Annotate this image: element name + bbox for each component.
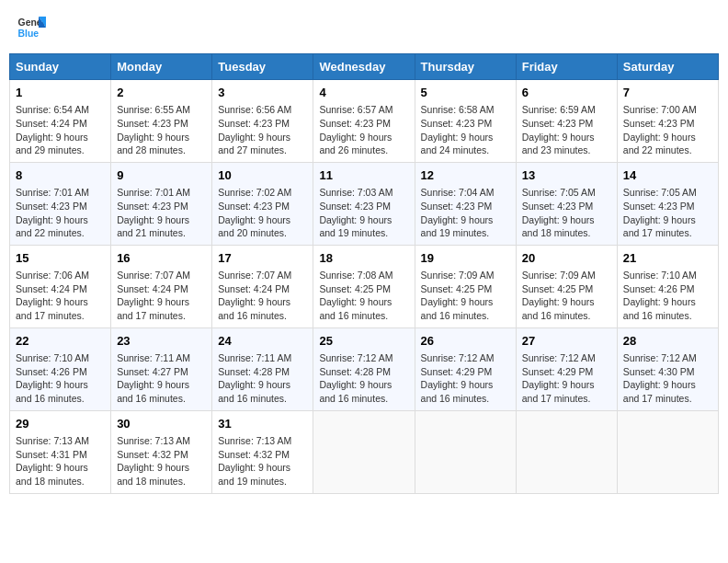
day-number: 22 bbox=[16, 333, 105, 350]
day-number: 29 bbox=[16, 416, 105, 432]
day-info: Sunrise: 6:54 AM Sunset: 4:24 PM Dayligh… bbox=[16, 103, 105, 157]
day-info: Sunrise: 6:55 AM Sunset: 4:23 PM Dayligh… bbox=[117, 103, 206, 157]
day-info: Sunrise: 7:07 AM Sunset: 4:24 PM Dayligh… bbox=[218, 269, 307, 323]
day-info: Sunrise: 7:08 AM Sunset: 4:25 PM Dayligh… bbox=[319, 269, 408, 323]
day-info: Sunrise: 6:56 AM Sunset: 4:23 PM Dayligh… bbox=[218, 103, 307, 157]
day-info: Sunrise: 7:13 AM Sunset: 4:32 PM Dayligh… bbox=[218, 434, 307, 488]
calendar-cell: 8Sunrise: 7:01 AM Sunset: 4:23 PM Daylig… bbox=[10, 162, 111, 245]
day-info: Sunrise: 7:11 AM Sunset: 4:28 PM Dayligh… bbox=[218, 351, 307, 406]
calendar-cell: 15Sunrise: 7:06 AM Sunset: 4:24 PM Dayli… bbox=[10, 245, 111, 327]
day-number: 7 bbox=[623, 85, 712, 101]
day-info: Sunrise: 7:13 AM Sunset: 4:31 PM Dayligh… bbox=[16, 434, 105, 488]
calendar-cell: 22Sunrise: 7:10 AM Sunset: 4:26 PM Dayli… bbox=[10, 327, 111, 410]
day-number: 24 bbox=[218, 333, 307, 350]
day-number: 27 bbox=[522, 333, 611, 350]
day-number: 5 bbox=[421, 85, 510, 101]
day-number: 1 bbox=[16, 85, 105, 101]
day-number: 2 bbox=[117, 85, 206, 101]
calendar-header-friday: Friday bbox=[516, 54, 617, 80]
calendar-cell: 5Sunrise: 6:58 AM Sunset: 4:23 PM Daylig… bbox=[415, 80, 516, 163]
day-info: Sunrise: 7:02 AM Sunset: 4:23 PM Dayligh… bbox=[218, 186, 307, 240]
calendar-cell: 4Sunrise: 6:57 AM Sunset: 4:23 PM Daylig… bbox=[313, 80, 415, 163]
calendar-cell: 26Sunrise: 7:12 AM Sunset: 4:29 PM Dayli… bbox=[415, 327, 516, 410]
day-info: Sunrise: 7:05 AM Sunset: 4:23 PM Dayligh… bbox=[522, 186, 611, 240]
day-number: 8 bbox=[16, 167, 105, 184]
day-number: 28 bbox=[623, 333, 712, 350]
calendar-cell: 1Sunrise: 6:54 AM Sunset: 4:24 PM Daylig… bbox=[10, 80, 111, 163]
calendar-cell: 13Sunrise: 7:05 AM Sunset: 4:23 PM Dayli… bbox=[516, 162, 617, 245]
day-number: 17 bbox=[218, 250, 307, 267]
day-number: 19 bbox=[421, 250, 510, 267]
day-number: 20 bbox=[522, 250, 611, 267]
calendar-header-thursday: Thursday bbox=[415, 54, 516, 80]
calendar-header-row: SundayMondayTuesdayWednesdayThursdayFrid… bbox=[10, 54, 719, 80]
day-info: Sunrise: 7:10 AM Sunset: 4:26 PM Dayligh… bbox=[16, 351, 105, 406]
calendar-cell: 25Sunrise: 7:12 AM Sunset: 4:28 PM Dayli… bbox=[313, 327, 415, 410]
day-number: 12 bbox=[421, 167, 510, 184]
calendar-header-wednesday: Wednesday bbox=[313, 54, 415, 80]
calendar-cell: 16Sunrise: 7:07 AM Sunset: 4:24 PM Dayli… bbox=[111, 245, 212, 327]
calendar-cell: 28Sunrise: 7:12 AM Sunset: 4:30 PM Dayli… bbox=[617, 327, 718, 410]
calendar-cell: 3Sunrise: 6:56 AM Sunset: 4:23 PM Daylig… bbox=[212, 80, 313, 163]
day-info: Sunrise: 7:01 AM Sunset: 4:23 PM Dayligh… bbox=[117, 186, 206, 240]
day-info: Sunrise: 7:01 AM Sunset: 4:23 PM Dayligh… bbox=[16, 186, 105, 240]
logo: General Blue bbox=[17, 13, 46, 42]
day-info: Sunrise: 7:06 AM Sunset: 4:24 PM Dayligh… bbox=[16, 269, 105, 323]
day-number: 30 bbox=[117, 416, 206, 432]
day-number: 26 bbox=[421, 333, 510, 350]
day-number: 18 bbox=[319, 250, 408, 267]
day-info: Sunrise: 7:12 AM Sunset: 4:29 PM Dayligh… bbox=[421, 351, 510, 406]
day-info: Sunrise: 7:09 AM Sunset: 4:25 PM Dayligh… bbox=[522, 269, 611, 323]
calendar-cell: 30Sunrise: 7:13 AM Sunset: 4:32 PM Dayli… bbox=[111, 410, 212, 493]
logo-icon: General Blue bbox=[17, 13, 46, 42]
day-info: Sunrise: 7:07 AM Sunset: 4:24 PM Dayligh… bbox=[117, 269, 206, 323]
day-number: 13 bbox=[522, 167, 611, 184]
calendar-cell: 9Sunrise: 7:01 AM Sunset: 4:23 PM Daylig… bbox=[111, 162, 212, 245]
day-info: Sunrise: 6:57 AM Sunset: 4:23 PM Dayligh… bbox=[319, 103, 408, 157]
day-info: Sunrise: 7:12 AM Sunset: 4:28 PM Dayligh… bbox=[319, 351, 408, 406]
calendar-table: SundayMondayTuesdayWednesdayThursdayFrid… bbox=[9, 53, 719, 494]
calendar-cell bbox=[516, 410, 617, 493]
day-info: Sunrise: 7:05 AM Sunset: 4:23 PM Dayligh… bbox=[623, 186, 712, 240]
calendar-week-row: 8Sunrise: 7:01 AM Sunset: 4:23 PM Daylig… bbox=[10, 162, 719, 245]
day-number: 3 bbox=[218, 85, 307, 101]
calendar-cell bbox=[415, 410, 516, 493]
calendar-header-saturday: Saturday bbox=[617, 54, 718, 80]
day-info: Sunrise: 7:09 AM Sunset: 4:25 PM Dayligh… bbox=[421, 269, 510, 323]
calendar-cell bbox=[313, 410, 415, 493]
day-info: Sunrise: 6:58 AM Sunset: 4:23 PM Dayligh… bbox=[421, 103, 510, 157]
calendar-week-row: 15Sunrise: 7:06 AM Sunset: 4:24 PM Dayli… bbox=[10, 245, 719, 327]
calendar-cell: 6Sunrise: 6:59 AM Sunset: 4:23 PM Daylig… bbox=[516, 80, 617, 163]
day-number: 25 bbox=[319, 333, 408, 350]
calendar-cell: 14Sunrise: 7:05 AM Sunset: 4:23 PM Dayli… bbox=[617, 162, 718, 245]
calendar-week-row: 22Sunrise: 7:10 AM Sunset: 4:26 PM Dayli… bbox=[10, 327, 719, 410]
calendar-cell: 11Sunrise: 7:03 AM Sunset: 4:23 PM Dayli… bbox=[313, 162, 415, 245]
calendar-cell: 12Sunrise: 7:04 AM Sunset: 4:23 PM Dayli… bbox=[415, 162, 516, 245]
calendar-cell: 23Sunrise: 7:11 AM Sunset: 4:27 PM Dayli… bbox=[111, 327, 212, 410]
day-number: 31 bbox=[218, 416, 307, 432]
day-number: 11 bbox=[319, 167, 408, 184]
svg-text:Blue: Blue bbox=[18, 29, 40, 39]
calendar-header-tuesday: Tuesday bbox=[212, 54, 313, 80]
calendar-cell: 27Sunrise: 7:12 AM Sunset: 4:29 PM Dayli… bbox=[516, 327, 617, 410]
calendar-body: 1Sunrise: 6:54 AM Sunset: 4:24 PM Daylig… bbox=[10, 80, 719, 494]
calendar-cell: 31Sunrise: 7:13 AM Sunset: 4:32 PM Dayli… bbox=[212, 410, 313, 493]
calendar-cell: 19Sunrise: 7:09 AM Sunset: 4:25 PM Dayli… bbox=[415, 245, 516, 327]
day-info: Sunrise: 7:03 AM Sunset: 4:23 PM Dayligh… bbox=[319, 186, 408, 240]
calendar-cell: 17Sunrise: 7:07 AM Sunset: 4:24 PM Dayli… bbox=[212, 245, 313, 327]
calendar-cell bbox=[617, 410, 718, 493]
calendar-cell: 18Sunrise: 7:08 AM Sunset: 4:25 PM Dayli… bbox=[313, 245, 415, 327]
calendar-cell: 10Sunrise: 7:02 AM Sunset: 4:23 PM Dayli… bbox=[212, 162, 313, 245]
calendar-week-row: 29Sunrise: 7:13 AM Sunset: 4:31 PM Dayli… bbox=[10, 410, 719, 493]
calendar-header-monday: Monday bbox=[111, 54, 212, 80]
calendar-header-sunday: Sunday bbox=[10, 54, 111, 80]
day-info: Sunrise: 7:00 AM Sunset: 4:23 PM Dayligh… bbox=[623, 103, 712, 157]
calendar-cell: 21Sunrise: 7:10 AM Sunset: 4:26 PM Dayli… bbox=[617, 245, 718, 327]
day-info: Sunrise: 7:11 AM Sunset: 4:27 PM Dayligh… bbox=[117, 351, 206, 406]
day-number: 6 bbox=[522, 85, 611, 101]
calendar-week-row: 1Sunrise: 6:54 AM Sunset: 4:24 PM Daylig… bbox=[10, 80, 719, 163]
day-number: 15 bbox=[16, 250, 105, 267]
calendar-cell: 24Sunrise: 7:11 AM Sunset: 4:28 PM Dayli… bbox=[212, 327, 313, 410]
day-info: Sunrise: 7:04 AM Sunset: 4:23 PM Dayligh… bbox=[421, 186, 510, 240]
calendar-cell: 20Sunrise: 7:09 AM Sunset: 4:25 PM Dayli… bbox=[516, 245, 617, 327]
